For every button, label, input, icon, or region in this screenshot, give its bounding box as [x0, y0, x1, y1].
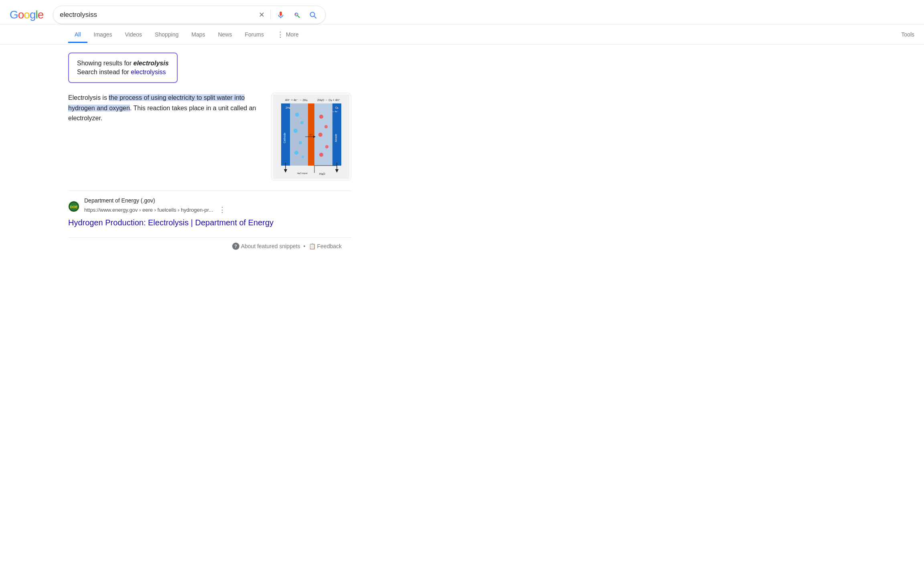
favicon-icon: DOE — [68, 201, 79, 212]
nav-tabs: All Images Videos Shopping Maps News For… — [68, 26, 924, 44]
svg-text:Anode: Anode — [334, 134, 337, 142]
svg-point-26 — [325, 145, 328, 148]
svg-point-2 — [297, 14, 298, 16]
electrolysis-diagram: 4H⁺ + 4e⁻ → 2H₂ 2H₂O → O₂ + 4H⁺ Cathode … — [273, 95, 349, 179]
svg-point-21 — [294, 151, 298, 155]
voice-search-button[interactable] — [275, 9, 287, 21]
svg-text:Cathode: Cathode — [283, 133, 286, 144]
source-name: Department of Energy (.gov) — [84, 197, 351, 204]
source-result: DOE Department of Energy (.gov) https://… — [68, 197, 351, 228]
instead-prefix: Search instead for — [77, 69, 131, 75]
svg-point-23 — [319, 115, 323, 119]
svg-text:H₂O input: H₂O input — [297, 172, 308, 174]
svg-point-25 — [318, 133, 322, 137]
svg-point-1 — [295, 13, 297, 15]
svg-point-24 — [324, 125, 328, 128]
search-button[interactable] — [307, 9, 319, 21]
about-snippets[interactable]: ? About featured snippets — [232, 243, 300, 250]
result-title[interactable]: Hydrogen Production: Electrolysis | Depa… — [68, 218, 274, 227]
logo-letter-g: G — [10, 8, 18, 21]
tab-maps[interactable]: Maps — [185, 27, 211, 43]
search-icon — [308, 10, 317, 19]
feedback-label[interactable]: Feedback — [317, 243, 342, 249]
svg-rect-11 — [290, 103, 308, 166]
featured-snippet: Electrolysis is the process of using ele… — [68, 93, 351, 181]
spell-correction-box: Showing results for electrolysis Search … — [68, 53, 178, 83]
tab-tools[interactable]: Tools — [895, 27, 924, 43]
search-bar-wrapper — [53, 6, 326, 24]
svg-text:4H⁺ + 4e⁻ → 2H₂: 4H⁺ + 4e⁻ → 2H₂ — [285, 99, 308, 101]
tab-images[interactable]: Images — [87, 27, 119, 43]
snippet-text: Electrolysis is the process of using ele… — [68, 93, 261, 181]
svg-rect-12 — [314, 103, 332, 166]
clear-button[interactable] — [257, 9, 266, 21]
showing-prefix: Showing results for — [77, 60, 134, 67]
more-dots-icon: ⋮ — [277, 30, 284, 39]
search-bar — [53, 6, 326, 24]
svg-point-19 — [294, 129, 298, 133]
svg-text:DOE: DOE — [70, 205, 78, 209]
question-icon: ? — [232, 243, 239, 250]
logo-letter-o1: o — [18, 8, 24, 21]
source-info: Department of Energy (.gov) https://www.… — [84, 197, 351, 216]
svg-point-27 — [319, 153, 323, 157]
svg-text:O₂: O₂ — [335, 106, 338, 109]
feedback-item[interactable]: 📋 Feedback — [309, 243, 342, 249]
tab-news[interactable]: News — [211, 27, 238, 43]
snippet-before: Electrolysis is — [68, 94, 109, 101]
source-favicon: DOE — [68, 201, 79, 212]
svg-text:H₂O: H₂O — [319, 172, 325, 176]
svg-point-20 — [299, 141, 302, 144]
svg-point-22 — [302, 156, 304, 158]
x-icon — [259, 10, 265, 19]
svg-text:2H₂: 2H₂ — [286, 106, 290, 109]
svg-point-17 — [295, 113, 299, 117]
tab-shopping[interactable]: Shopping — [148, 27, 185, 43]
electrolysis-diagram-box: 4H⁺ + 4e⁻ → 2H₂ 2H₂O → O₂ + 4H⁺ Cathode … — [271, 93, 351, 181]
search-icons — [257, 9, 319, 21]
spell-instead: Search instead for electrolysiss — [77, 69, 169, 76]
tab-videos[interactable]: Videos — [118, 27, 148, 43]
tab-forums[interactable]: Forums — [238, 27, 270, 43]
footer-separator: • — [304, 243, 306, 249]
spell-showing: Showing results for electrolysis — [77, 60, 169, 67]
google-logo[interactable]: Google — [10, 8, 43, 21]
image-search-button[interactable] — [291, 9, 303, 21]
divider — [68, 190, 351, 191]
corrected-term: electrolysis — [134, 60, 169, 67]
logo-letter-e: e — [38, 8, 44, 21]
svg-text:+ 4e⁻: + 4e⁻ — [332, 110, 338, 113]
source-options[interactable]: ⋮ — [215, 204, 229, 216]
search-input[interactable] — [60, 11, 252, 19]
divider — [270, 10, 271, 20]
mic-icon — [276, 10, 285, 19]
svg-text:H⁺: H⁺ — [310, 134, 312, 136]
lens-icon — [292, 10, 301, 19]
header: Google — [0, 0, 924, 24]
spell-link[interactable]: electrolysiss — [131, 69, 166, 75]
tab-all[interactable]: All — [68, 27, 87, 43]
tab-more[interactable]: ⋮ More — [270, 26, 305, 44]
logo-letter-o2: o — [24, 8, 30, 21]
svg-point-18 — [300, 121, 304, 124]
about-snippets-label[interactable]: About featured snippets — [241, 243, 300, 249]
main-content: Showing results for electrolysis Search … — [0, 45, 361, 264]
feedback-icon: 📋 — [309, 243, 316, 249]
source-header: DOE Department of Energy (.gov) https://… — [68, 197, 351, 216]
svg-line-3 — [298, 16, 300, 17]
footer-bar: ? About featured snippets • 📋 Feedback — [68, 237, 351, 255]
source-url: https://www.energy.gov › eere › fuelcell… — [84, 204, 351, 216]
nav-tabs-container: All Images Videos Shopping Maps News For… — [0, 26, 924, 45]
svg-text:2H₂O → O₂ + 4H⁺: 2H₂O → O₂ + 4H⁺ — [317, 99, 340, 101]
logo-letter-g2: g — [30, 8, 36, 21]
